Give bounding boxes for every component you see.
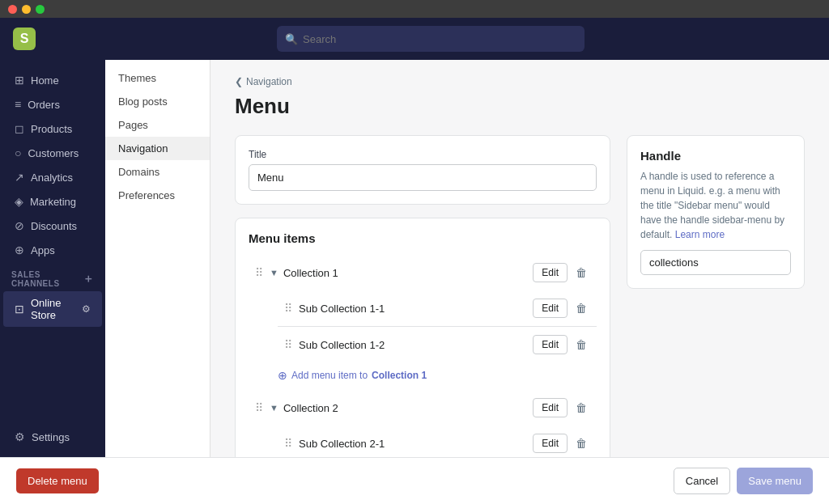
sales-channels-label: SALES CHANNELS ＋: [0, 262, 105, 291]
add-sub-item-collection-1-icon: ⊕: [278, 369, 287, 382]
sidebar-sub-item-preferences[interactable]: Preferences: [105, 184, 210, 207]
edit-sub-2-1-button[interactable]: Edit: [533, 434, 568, 453]
drag-handle-collection-1[interactable]: ⠿: [255, 266, 263, 279]
sidebar-item-discounts[interactable]: ⊘ Discounts: [3, 214, 102, 238]
edit-collection-2-button[interactable]: Edit: [533, 398, 568, 417]
sidebar-item-customers[interactable]: ○ Customers: [3, 141, 102, 165]
orders-icon: ≡: [15, 98, 21, 111]
delete-collection-1-button[interactable]: 🗑: [572, 263, 590, 282]
sidebar-item-marketing[interactable]: ◈ Marketing: [3, 189, 102, 214]
marketing-icon: ◈: [15, 195, 23, 208]
add-sub-label-1: Add menu item to: [291, 370, 368, 381]
handle-title: Handle: [640, 149, 791, 163]
delete-menu-button[interactable]: Delete menu: [16, 468, 99, 493]
settings-icon: ⚙: [15, 430, 25, 443]
sidebar-item-analytics[interactable]: ↗ Analytics: [3, 165, 102, 189]
add-sales-channel-button[interactable]: ＋: [83, 272, 95, 286]
add-sub-target-1: Collection 1: [372, 370, 427, 381]
breadcrumb[interactable]: ❮ Navigation: [235, 76, 805, 87]
minimize-dot[interactable]: [22, 5, 31, 14]
sub-collection-1-1-label: Sub Collection 1-1: [299, 303, 528, 315]
apps-icon: ⊕: [15, 244, 24, 256]
delete-sub-1-2-button[interactable]: 🗑: [572, 335, 590, 354]
delete-sub-2-1-button[interactable]: 🗑: [572, 434, 590, 453]
search-icon: 🔍: [285, 33, 298, 45]
title-card: Title: [235, 135, 610, 205]
edit-sub-1-2-button[interactable]: Edit: [533, 335, 568, 354]
collection-2-group: ⠿ ▼ Collection 2 Edit 🗑 ⠿ Sub Collection…: [249, 390, 597, 457]
sidebar-sub-item-navigation[interactable]: Navigation: [105, 137, 210, 160]
main-layout: ⊞ Home ≡ Orders ◻ Products ○ Customers ↗…: [0, 60, 829, 457]
customers-icon: ○: [15, 146, 21, 159]
sub-collection-1-2-label: Sub Collection 1-2: [299, 339, 528, 351]
breadcrumb-icon: ❮: [235, 76, 243, 87]
window-chrome: [0, 0, 829, 18]
add-sub-item-collection-1[interactable]: ⊕ Add menu item to Collection 1: [249, 362, 597, 390]
sidebar-bottom: ⚙ Settings: [0, 425, 105, 449]
collection-1-sub-items: ⠿ Sub Collection 1-1 Edit 🗑 ⠿ Sub Collec…: [249, 290, 597, 362]
main-grid: Title Menu items ⠿ ▼ Collection 1 Edit 🗑: [235, 135, 805, 457]
search-bar: 🔍: [277, 26, 585, 52]
menu-items-title: Menu items: [249, 231, 597, 245]
collection-1-row: ⠿ ▼ Collection 1 Edit 🗑: [249, 255, 597, 290]
sub-collection-1-2-row: ⠿ Sub Collection 1-2 Edit 🗑: [278, 326, 597, 362]
footer-right: Cancel Save menu: [674, 468, 813, 494]
collection-2-label: Collection 2: [283, 402, 528, 414]
handle-input[interactable]: [640, 250, 791, 275]
sub-collection-2-1-row: ⠿ Sub Collection 2-1 Edit 🗑: [278, 426, 597, 457]
collection-2-row: ⠿ ▼ Collection 2 Edit 🗑: [249, 390, 597, 426]
edit-collection-1-button[interactable]: Edit: [533, 263, 568, 282]
collapse-arrow-collection-2[interactable]: ▼: [270, 403, 278, 413]
delete-sub-1-1-button[interactable]: 🗑: [572, 299, 590, 318]
delete-collection-2-button[interactable]: 🗑: [572, 398, 590, 417]
sidebar-item-orders[interactable]: ≡ Orders: [3, 92, 102, 116]
collection-1-label: Collection 1: [283, 267, 528, 279]
online-store-icon: ⊡: [15, 303, 24, 316]
sidebar-sub-item-blog-posts[interactable]: Blog posts: [105, 90, 210, 113]
maximize-dot[interactable]: [36, 5, 45, 14]
sidebar-sub-item-domains[interactable]: Domains: [105, 160, 210, 184]
main-right: Handle A handle is used to reference a m…: [627, 135, 805, 457]
drag-handle-sub-2-1[interactable]: ⠿: [284, 437, 292, 450]
dark-sidebar: ⊞ Home ≡ Orders ◻ Products ○ Customers ↗…: [0, 60, 105, 457]
collapse-arrow-collection-1[interactable]: ▼: [270, 268, 278, 277]
handle-card: Handle A handle is used to reference a m…: [627, 135, 805, 289]
sub-collection-2-1-label: Sub Collection 2-1: [299, 438, 528, 450]
title-label: Title: [249, 149, 597, 160]
sidebar-item-home[interactable]: ⊞ Home: [3, 68, 102, 92]
drag-handle-sub-1-1[interactable]: ⠿: [284, 302, 292, 315]
menu-items-card: Menu items ⠿ ▼ Collection 1 Edit 🗑 ⠿: [235, 218, 610, 457]
main-left: Title Menu items ⠿ ▼ Collection 1 Edit 🗑: [235, 135, 610, 457]
shopify-logo: S: [13, 28, 36, 50]
sidebar-sub-item-themes[interactable]: Themes: [105, 66, 210, 90]
light-sidebar: Themes Blog posts Pages Navigation Domai…: [105, 60, 210, 457]
home-icon: ⊞: [15, 74, 24, 87]
products-icon: ◻: [15, 122, 24, 135]
page-title: Menu: [235, 94, 805, 119]
learn-more-link[interactable]: Learn more: [675, 229, 725, 240]
collection-2-sub-items: ⠿ Sub Collection 2-1 Edit 🗑 ⠿ Sub Collec…: [249, 426, 597, 457]
online-store-settings-icon[interactable]: ⚙: [82, 303, 91, 315]
breadcrumb-label: Navigation: [246, 76, 292, 87]
drag-handle-sub-1-2[interactable]: ⠿: [284, 338, 292, 351]
sidebar-item-products[interactable]: ◻ Products: [3, 116, 102, 141]
handle-description: A handle is used to reference a menu in …: [640, 169, 791, 242]
sidebar-item-online-store[interactable]: ⊡ Online Store ⚙: [3, 291, 102, 327]
close-dot[interactable]: [8, 5, 17, 14]
drag-handle-collection-2[interactable]: ⠿: [255, 401, 263, 414]
analytics-icon: ↗: [15, 171, 24, 184]
search-input[interactable]: [303, 33, 576, 45]
topbar: S 🔍: [0, 18, 829, 60]
footer: Delete menu Cancel Save menu: [0, 457, 829, 504]
sidebar-item-apps[interactable]: ⊕ Apps: [3, 238, 102, 262]
edit-sub-1-1-button[interactable]: Edit: [533, 299, 568, 318]
sub-collection-1-1-row: ⠿ Sub Collection 1-1 Edit 🗑: [278, 290, 597, 326]
discounts-icon: ⊘: [15, 219, 24, 232]
title-input[interactable]: [249, 164, 597, 191]
save-menu-button[interactable]: Save menu: [737, 468, 813, 494]
main-content: ❮ Navigation Menu Title Menu items: [210, 60, 829, 457]
collection-1-group: ⠿ ▼ Collection 1 Edit 🗑 ⠿ Sub Collection…: [249, 255, 597, 390]
sidebar-sub-item-pages[interactable]: Pages: [105, 113, 210, 137]
cancel-button[interactable]: Cancel: [674, 468, 730, 494]
sidebar-item-settings[interactable]: ⚙ Settings: [3, 425, 102, 449]
